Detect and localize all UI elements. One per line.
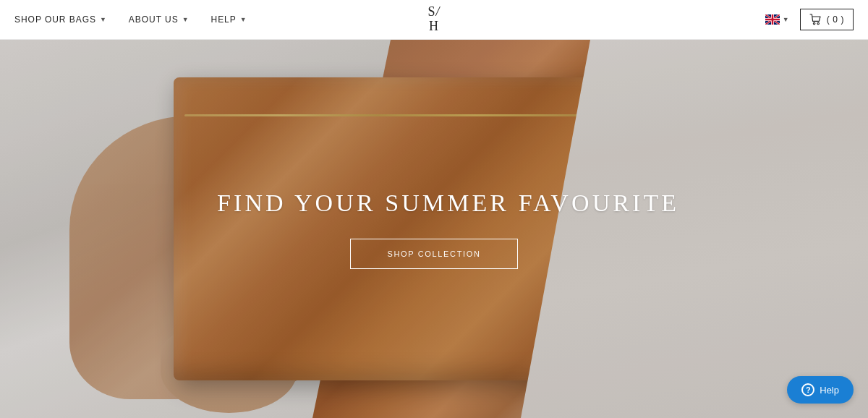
logo-line2: H xyxy=(429,19,439,33)
svg-point-2 xyxy=(817,22,819,24)
hero-section: FIND YOUR SUMMER FAVOURITE SHOP COLLECTI… xyxy=(0,40,868,418)
cart-icon xyxy=(809,14,822,25)
help-label: Help xyxy=(820,385,839,396)
nav-shop-bags[interactable]: SHOP OUR BAGS ▼ xyxy=(14,14,107,25)
nav-shop-bags-label: SHOP OUR BAGS xyxy=(14,14,96,25)
logo-line1: S xyxy=(428,4,436,19)
svg-point-1 xyxy=(813,22,814,24)
header: SHOP OUR BAGS ▼ ABOUT US ▼ HELP ▼ S/ H xyxy=(0,0,868,40)
nav-help-label: HELP xyxy=(211,14,237,25)
help-icon: ? xyxy=(801,383,814,396)
nav-shop-bags-chevron: ▼ xyxy=(100,16,107,23)
nav-help-chevron: ▼ xyxy=(240,16,247,23)
language-chevron: ▼ xyxy=(783,16,789,23)
header-right: ▼ ( 0 ) xyxy=(765,9,854,30)
cart-count: ( 0 ) xyxy=(827,14,844,25)
hero-content: FIND YOUR SUMMER FAVOURITE SHOP COLLECTI… xyxy=(217,189,651,269)
logo: S/ H xyxy=(428,5,441,34)
help-button[interactable]: ? Help xyxy=(787,376,854,404)
hero-title: FIND YOUR SUMMER FAVOURITE xyxy=(217,189,651,217)
nav-about-us-label: ABOUT US xyxy=(129,14,179,25)
nav-about-us-chevron: ▼ xyxy=(182,16,190,23)
cart-button[interactable]: ( 0 ) xyxy=(800,9,854,30)
nav-about-us[interactable]: ABOUT US ▼ xyxy=(129,14,190,25)
nav-help[interactable]: HELP ▼ xyxy=(211,14,247,25)
flag-icon xyxy=(765,14,780,25)
main-nav: SHOP OUR BAGS ▼ ABOUT US ▼ HELP ▼ xyxy=(14,14,247,25)
shop-collection-button[interactable]: SHOP COLLECTION xyxy=(350,239,517,269)
logo-area[interactable]: S/ H xyxy=(428,5,441,34)
language-selector[interactable]: ▼ xyxy=(765,14,789,25)
